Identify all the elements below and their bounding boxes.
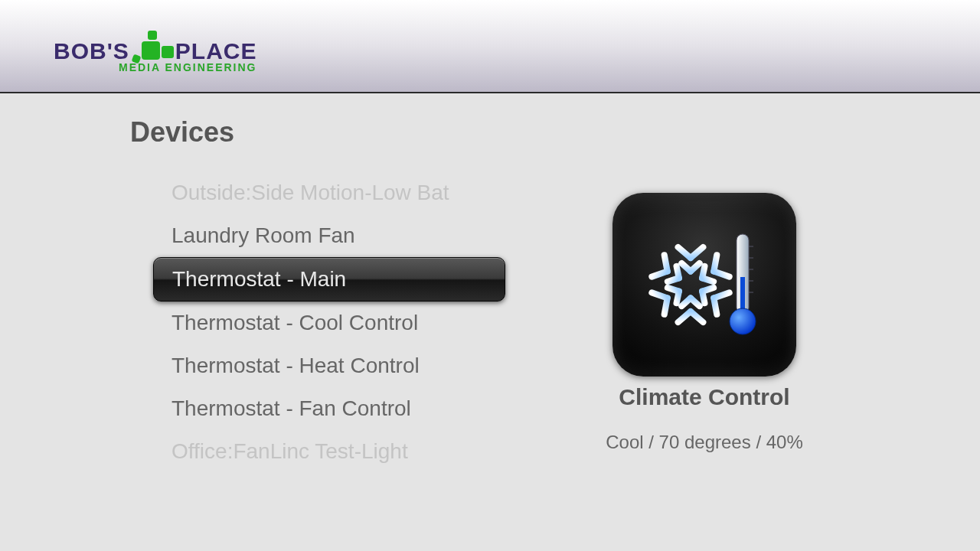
brand-mark-icon [131, 31, 174, 64]
brand-logo: BOB'S PLACE MEDIA ENGINEERING [54, 31, 257, 73]
brand-text-a: BOB'S [54, 38, 129, 64]
thermometer-icon [727, 231, 758, 338]
device-item-selected[interactable]: Thermostat - Main [153, 257, 505, 302]
detail-title: Climate Control [619, 384, 789, 410]
device-item[interactable]: Thermostat - Heat Control [153, 344, 559, 387]
climate-control-icon [612, 193, 796, 377]
svg-point-7 [730, 308, 756, 334]
device-item[interactable]: Thermostat - Cool Control [153, 302, 559, 344]
device-item[interactable]: Office:FanLinc Test-Light [153, 430, 559, 473]
device-item[interactable]: Thermostat - Fan Control [153, 387, 559, 430]
device-item[interactable]: Outside:Side Motion-Low Bat [153, 171, 559, 214]
page-title: Devices [130, 116, 559, 148]
header-bar: BOB'S PLACE MEDIA ENGINEERING [0, 0, 980, 93]
device-list: Outside:Side Motion-Low Bat Laundry Room… [153, 171, 559, 473]
device-item[interactable]: Laundry Room Fan [153, 214, 559, 257]
brand-text-b: PLACE [175, 38, 257, 64]
detail-status: Cool / 70 degrees / 40% [606, 432, 803, 453]
device-detail-panel: Climate Control Cool / 70 degrees / 40% [559, 193, 850, 473]
